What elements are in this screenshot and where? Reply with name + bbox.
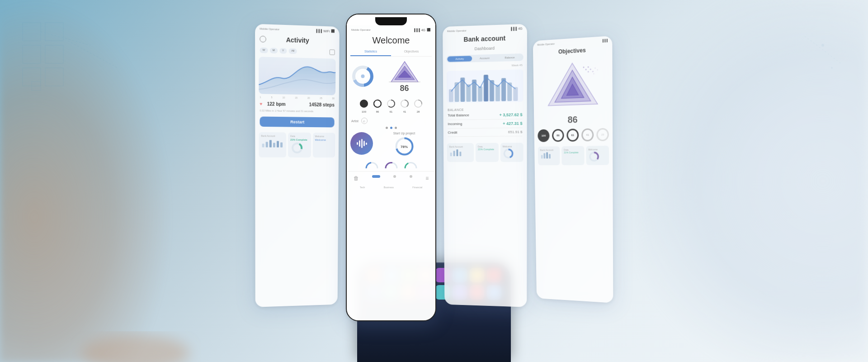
bank-tab-activity[interactable]: Activity [447,56,472,62]
svg-rect-76 [541,155,543,159]
startup-label: Start Up project [377,132,432,135]
svg-rect-57 [450,152,452,156]
mini-bar-chart [261,138,284,148]
restart-button[interactable]: Restart [260,117,335,128]
nav-label-tech: Tech [360,186,365,189]
bank-mini-cards: Bank Account Data 21% Complete Welcome [443,140,527,165]
filter-settings [330,49,335,55]
incoming-value: + 427.31 $ [503,121,522,126]
triangle-section: 86 [377,59,432,93]
dot-3 [395,127,397,129]
search-icon[interactable]: ⌕ [361,118,368,124]
obj-status-icons: ▐▐▐ [602,39,608,42]
svg-point-71 [587,71,589,72]
soundwave-circle [350,132,373,155]
welcome-battery: ⬛ [427,28,431,32]
three-dots [347,126,435,130]
svg-rect-16 [277,141,279,148]
svg-rect-78 [546,152,548,158]
screen-bank: Mobile Operator ▐▐▐ 4G Bank account Dash… [443,24,527,307]
welcome-signal: ▐▐▐ [413,29,420,32]
floating-screens-container: Mobile Operator ▐▐▐ WiFi ⬛ Activity W M … [231,14,637,321]
filter-pill-3[interactable]: Y [279,48,287,54]
svg-rect-59 [456,149,458,156]
bank-mini-card-data: Data 21% Complete [476,143,499,162]
svg-rect-14 [269,140,272,147]
axis-3: 10 [283,96,285,99]
tab-objectives[interactable]: Objectives [391,48,432,56]
svg-point-24 [361,75,365,78]
bank-status-icons: ▐▐▐ 4G [510,27,523,30]
wifi-icon: WiFi [323,29,330,33]
steps-value: 14528 steps [309,102,335,108]
axis-5: 20 [307,96,310,99]
credit-row: Credit 651.91 $ [448,128,522,137]
circle-28-ring [413,99,423,109]
bank-tab-balance[interactable]: Balance [497,54,523,61]
svg-point-74 [593,73,594,74]
metric-61: 61 [386,99,396,113]
mini-donut [290,141,304,155]
activity-chart [259,57,335,95]
bank-tab-account[interactable]: Account [472,55,497,62]
filter-pill-2[interactable]: M [270,48,278,53]
bank-mini-donut [502,148,514,159]
nav-labels-row: Tech Business Financial [347,185,435,191]
svg-rect-60 [459,152,461,156]
mini-card-data: Data 21% Complete [288,133,311,157]
tab-statistics[interactable]: Statistics [350,48,391,56]
nav-item-trash[interactable]: 🗑 [354,175,359,181]
credit-label: Credit [448,130,458,134]
gauge-2 [383,160,399,169]
total-balance-value: + 3,527.62 $ [499,112,522,117]
background-hand-blur [0,0,172,362]
welcome-title: Welcome [347,33,435,48]
metric-41-label: 41 [400,110,410,113]
svg-rect-77 [543,153,545,159]
circle-61-ring [386,99,396,109]
nav-dot-2 [393,175,396,178]
metric-61-label: 61 [386,110,396,113]
bank-mini-chart [449,148,472,156]
startup-row: Start Up project 78% [347,130,435,158]
filter-pill-all[interactable]: All [288,48,297,54]
mini-welcome-text: Welcome [315,138,333,141]
gauge-row [347,158,435,171]
metric-28-label: 28 [413,110,423,113]
axis-4: 15 [295,96,297,99]
axis-1: 1 [259,96,261,99]
bank-bar-chart [447,69,524,103]
welcome-tabs: Statistics Objectives [350,48,432,57]
svg-point-68 [585,69,586,70]
nav-dot-3 [410,175,412,178]
svg-point-73 [594,67,595,68]
circle-100-ring [359,99,369,109]
obj-circle-86: 86 [552,129,564,142]
bank-data-value: 21% Complete [478,148,496,151]
svg-rect-50 [478,86,482,102]
obj-circles: 100 86 61 41 28 [534,126,613,144]
svg-point-75 [597,69,598,70]
settings-icon[interactable] [330,49,335,55]
svg-rect-42 [366,143,367,145]
obj-mini-data: Data 21% Complete [561,146,584,166]
svg-rect-79 [549,154,551,158]
obj-circle-28: 28 [596,128,609,141]
metric-86: 86 [373,99,382,113]
obj-mini-donut [588,151,599,162]
obj-triangle [543,59,602,108]
main-scene: Mobile Operator ▐▐▐ WiFi ⬛ Activity W M … [0,0,868,362]
filter-pill-1[interactable]: W [259,48,268,53]
svg-point-67 [583,67,584,68]
circle-metrics: 100 86 61 [347,96,435,116]
gear-icon [259,36,266,43]
mini-cards-row: Bank Account Data 21% Complete [255,129,339,160]
welcome-bottom-nav: 🗑 ≡ [347,171,435,185]
donut-chart [350,64,375,89]
nav-item-more[interactable]: ≡ [425,175,429,181]
total-balance-row: Total Balance + 3,527.62 $ [448,110,522,120]
screen-welcome: Mobile Operator ▐▐▐ 4G ⬛ Welcome Statist… [346,14,436,321]
activity-filter-row: W M Y All [255,45,339,57]
total-balance-label: Total Balance [448,113,469,118]
svg-rect-15 [273,143,275,148]
